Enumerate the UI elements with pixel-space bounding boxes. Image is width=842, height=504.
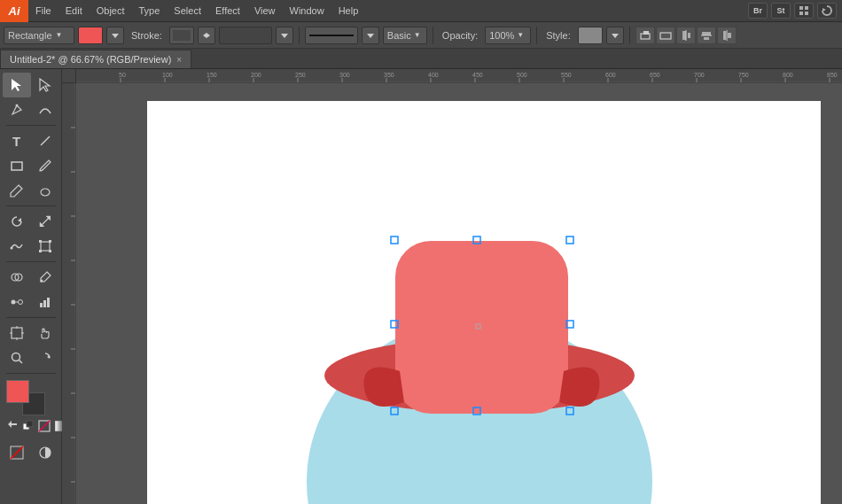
svg-line-26: [41, 136, 50, 145]
arrange-btn2[interactable]: [656, 27, 675, 44]
shape-builder-tool[interactable]: [3, 265, 31, 290]
svg-rect-55: [27, 421, 33, 427]
opacity-label: Opacity:: [439, 30, 481, 41]
svg-point-39: [40, 280, 43, 283]
opacity-value[interactable]: 100% ▼: [485, 27, 531, 44]
canvas-inner[interactable]: [76, 83, 842, 504]
tool-row-blend: [3, 290, 59, 314]
stroke-dropdown[interactable]: [276, 27, 293, 44]
ruler-corner: [62, 69, 76, 83]
svg-text:850: 850: [827, 72, 838, 78]
blend-tool[interactable]: [3, 290, 31, 314]
stroke-arrow[interactable]: [198, 27, 215, 44]
svg-text:300: 300: [339, 72, 350, 78]
ruler-h-ticks: 50 100 150 200 250 300 350 400 450 500 5…: [76, 69, 842, 83]
svg-text:400: 400: [428, 72, 439, 78]
style-preview[interactable]: [578, 27, 603, 44]
menu-type[interactable]: Type: [132, 0, 168, 21]
svg-text:350: 350: [384, 72, 394, 78]
style-label: Style:: [542, 30, 574, 41]
pen-tool[interactable]: [3, 97, 31, 122]
svg-rect-118: [476, 324, 480, 329]
tab-title: Untitled-2* @ 66.67% (RGB/Preview): [10, 54, 171, 65]
fill-arrow[interactable]: [106, 27, 124, 44]
scale-tool[interactable]: [31, 209, 59, 234]
menu-view[interactable]: View: [247, 0, 283, 21]
swap-colors-icon[interactable]: [6, 419, 19, 433]
align-btn3[interactable]: [717, 27, 737, 44]
svg-rect-114: [391, 236, 398, 244]
fill-color-swatch[interactable]: [78, 27, 103, 44]
none-fill-icon[interactable]: [38, 419, 51, 433]
menu-window[interactable]: Window: [283, 0, 331, 21]
warp-tool[interactable]: [3, 234, 31, 259]
svg-text:550: 550: [561, 72, 572, 78]
svg-rect-15: [688, 33, 690, 38]
svg-marker-5: [112, 34, 119, 38]
menubar: Ai File Edit Object Type Select Effect V…: [0, 0, 842, 22]
default-colors-icon[interactable]: [22, 419, 35, 433]
document-tab[interactable]: Untitled-2* @ 66.67% (RGB/Preview) ×: [0, 50, 191, 68]
type-tool[interactable]: T: [3, 128, 31, 153]
screen-mode-btn[interactable]: [31, 440, 59, 465]
svg-rect-45: [47, 298, 50, 307]
fg-color-swatch[interactable]: [6, 380, 29, 403]
eyedropper-tool[interactable]: [31, 265, 59, 290]
app-logo: Ai: [0, 0, 28, 22]
curvature-tool[interactable]: [31, 97, 59, 122]
direct-select-tool[interactable]: [31, 73, 59, 97]
shape-selector[interactable]: Rectangle ▼: [4, 27, 74, 44]
menu-effect[interactable]: Effect: [208, 0, 247, 21]
select-tool[interactable]: [3, 73, 31, 97]
toolbar: Rectangle ▼ Stroke: Basic ▼ Opacity: 100…: [0, 22, 842, 49]
graph-tool[interactable]: [31, 290, 59, 314]
svg-rect-36: [49, 250, 51, 252]
menu-help[interactable]: Help: [331, 0, 366, 21]
menu-object[interactable]: Object: [90, 0, 132, 21]
svg-point-40: [11, 300, 15, 305]
rect-tool[interactable]: [3, 153, 31, 178]
sync-icon[interactable]: [817, 3, 837, 19]
menu-file[interactable]: File: [28, 0, 58, 21]
stock-icon[interactable]: St: [771, 3, 791, 19]
artboard-tool[interactable]: [3, 321, 31, 345]
align-btn2[interactable]: [697, 27, 716, 44]
svg-marker-10: [612, 34, 619, 38]
stroke-width-input[interactable]: [219, 27, 272, 44]
pencil-tool[interactable]: [3, 178, 31, 203]
paintbrush-tool[interactable]: [31, 153, 59, 178]
line-tool[interactable]: [31, 128, 59, 153]
tab-close[interactable]: ×: [176, 55, 182, 65]
rotate-view-tool[interactable]: [31, 345, 59, 370]
svg-point-51: [12, 353, 19, 361]
style-selector[interactable]: Basic ▼: [383, 27, 427, 44]
zoom-tool[interactable]: [3, 345, 31, 370]
main-area: T: [0, 69, 842, 504]
stroke-line-dropdown[interactable]: [362, 27, 379, 44]
tool-sep4: [6, 317, 56, 318]
hand-tool[interactable]: [31, 321, 59, 345]
canvas-area[interactable]: 50 100 150 200 250 300 350 400 450 500 5…: [62, 69, 842, 504]
rotate-tool[interactable]: [3, 209, 31, 234]
free-transform-tool[interactable]: [31, 234, 59, 259]
arrange-btn1[interactable]: [635, 27, 655, 44]
tool-row-pen: [3, 97, 59, 122]
artboard: [147, 101, 821, 504]
fill-none-btn[interactable]: [3, 440, 31, 465]
align-btn1[interactable]: [676, 27, 696, 44]
tool-sep5: [6, 373, 56, 374]
basic-label: Basic: [387, 30, 411, 41]
stroke-color-swatch[interactable]: [169, 27, 194, 44]
tool-sep2: [6, 205, 56, 206]
grid-icon[interactable]: [794, 3, 814, 19]
svg-rect-34: [49, 240, 51, 243]
menu-edit[interactable]: Edit: [58, 0, 90, 21]
svg-rect-109: [395, 241, 568, 414]
svg-rect-21: [728, 33, 731, 38]
eraser-tool[interactable]: [31, 178, 59, 203]
menu-select[interactable]: Select: [167, 0, 208, 21]
bridge-icon[interactable]: Br: [748, 3, 768, 19]
stroke-line-style[interactable]: [305, 27, 358, 44]
style-dropdown[interactable]: [606, 27, 624, 44]
svg-text:800: 800: [783, 72, 793, 78]
